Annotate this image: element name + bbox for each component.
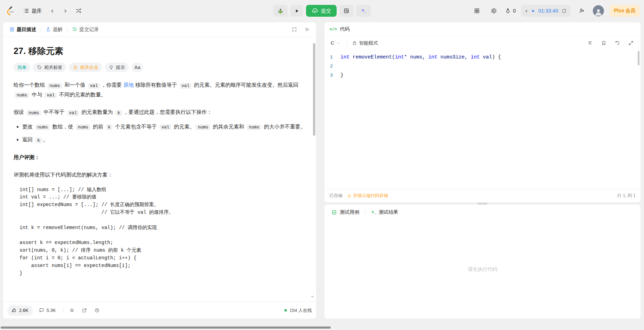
test-panel: 测试用例 >_ 测试结果 请先执行代码 bbox=[324, 205, 641, 319]
plus-membership-button[interactable]: Plus 会员 bbox=[610, 5, 640, 17]
editor-scrollbar-thumb[interactable] bbox=[638, 51, 639, 65]
smart-mode-toggle[interactable]: 智能模式 bbox=[352, 40, 378, 46]
inline-code: val bbox=[159, 124, 172, 130]
text-run: 的元素。 bbox=[172, 124, 195, 129]
online-label: 154 人在线 bbox=[290, 307, 312, 314]
timer-reset-icon[interactable] bbox=[561, 8, 567, 14]
related-tags-badge[interactable]: 相关标签 bbox=[33, 63, 66, 72]
hint-badge[interactable]: 提示 bbox=[105, 63, 129, 72]
chevron-left-icon: ‹ bbox=[51, 7, 54, 15]
ai-assistant-button[interactable] bbox=[356, 5, 371, 17]
related-companies-badge[interactable]: 相关企业 bbox=[69, 63, 102, 72]
judge-code-block: int[] nums = [...]; // 输入数组 int val = ..… bbox=[14, 186, 306, 277]
difficulty-badge[interactable]: 简单 bbox=[14, 63, 30, 72]
related-companies-label: 相关企业 bbox=[80, 64, 98, 71]
text-run: * nums, bbox=[404, 54, 429, 60]
random-question-button[interactable] bbox=[73, 5, 84, 16]
back-button[interactable]: ‹ bbox=[47, 5, 58, 16]
hint-label: 提示 bbox=[116, 64, 125, 71]
problem-panel-tabbar: 题目描述 题解 提交记录 bbox=[3, 22, 316, 37]
topbar-right-group: 0 ‹ 01:33:40 Plus 会员 bbox=[371, 5, 640, 17]
code-editor[interactable]: 1 int removeElement(int* nums, int numsS… bbox=[324, 49, 641, 189]
editor-toolbar-actions bbox=[587, 40, 636, 47]
vertical-panel-resizer[interactable] bbox=[316, 22, 324, 319]
text-run: 的元素。元素的顺序可能发生改变。然后返回 bbox=[193, 82, 298, 88]
text-run: 不同的元素的数量。 bbox=[58, 92, 106, 97]
tab-testresult[interactable]: >_ 测试结果 bbox=[369, 207, 400, 217]
question-circle-icon bbox=[94, 308, 100, 313]
cloud-upload-icon bbox=[312, 7, 319, 14]
collaborate-button[interactable] bbox=[576, 5, 587, 16]
text-run: 和一个值 bbox=[63, 82, 87, 88]
save-status: 已存储 bbox=[329, 193, 343, 199]
judge-intro: 评测机将使用以下代码测试您的解决方案： bbox=[14, 170, 306, 179]
text-run: int bbox=[340, 54, 350, 60]
text-run: int bbox=[471, 54, 480, 60]
tab-testcases[interactable]: 测试用例 bbox=[329, 207, 361, 217]
forward-button[interactable]: › bbox=[60, 5, 71, 16]
daily-streak[interactable]: 0 bbox=[505, 8, 516, 14]
like-count: 2.6K bbox=[19, 308, 29, 313]
favorite-button[interactable] bbox=[67, 305, 77, 316]
text-run: 返回 bbox=[22, 136, 34, 142]
inline-link[interactable]: 原地 bbox=[123, 82, 134, 88]
format-code-button[interactable] bbox=[587, 40, 594, 47]
user-avatar[interactable] bbox=[593, 5, 604, 16]
tab-solutions[interactable]: 题解 bbox=[43, 25, 65, 34]
text-run: 移除所有数值等于 bbox=[134, 82, 178, 88]
code-line-text: } bbox=[340, 72, 344, 78]
collapse-panel-button[interactable] bbox=[304, 26, 311, 33]
submit-button[interactable]: 提交 bbox=[306, 5, 337, 17]
language-select[interactable]: C bbox=[329, 39, 343, 47]
timer-play-icon[interactable] bbox=[531, 9, 535, 13]
problem-scrollbar-thumb[interactable] bbox=[313, 43, 315, 136]
text-run: 更改 bbox=[22, 124, 34, 129]
problem-title: 27. 移除元素 bbox=[14, 45, 306, 57]
code-line: 1 int removeElement(int* nums, int numsS… bbox=[324, 53, 641, 62]
list-item: 返回 k。 bbox=[22, 135, 306, 144]
tab-separator bbox=[41, 27, 41, 32]
text-run: 的其余元素和 bbox=[211, 124, 245, 129]
problem-list-button[interactable]: 题库 bbox=[20, 6, 45, 16]
list-icon bbox=[23, 8, 29, 14]
settings-button[interactable] bbox=[488, 5, 499, 16]
tab-testcases-label: 测试用例 bbox=[340, 209, 359, 215]
notes-button[interactable] bbox=[339, 5, 353, 17]
tab-description[interactable]: 题目描述 bbox=[7, 25, 39, 34]
person-silhouette-icon bbox=[594, 7, 603, 16]
like-button[interactable]: 2.6K bbox=[7, 305, 33, 316]
problem-footer: 2.6K 5.3K bbox=[3, 302, 316, 319]
scroll-down-arrow[interactable] bbox=[310, 294, 315, 299]
layout-button[interactable] bbox=[471, 5, 482, 16]
leetcode-logo[interactable] bbox=[4, 5, 16, 17]
bookmark-button[interactable] bbox=[600, 40, 607, 47]
debug-button[interactable] bbox=[273, 5, 288, 17]
online-count: 154 人在线 bbox=[284, 307, 312, 314]
reset-code-button[interactable] bbox=[614, 40, 621, 47]
cursor-position: 行 1, 列 1 bbox=[617, 193, 636, 199]
comments-button[interactable]: 5.3K bbox=[35, 305, 60, 316]
horizontal-scrollbar[interactable] bbox=[1, 327, 331, 329]
editor-header: </> 代码 bbox=[324, 22, 641, 36]
toolbar-separator bbox=[347, 41, 347, 46]
text-run: removeElement( bbox=[350, 54, 395, 60]
horizontal-panel-resizer[interactable] bbox=[324, 202, 641, 205]
feedback-button[interactable] bbox=[92, 305, 102, 316]
tag-icon bbox=[37, 65, 42, 70]
share-button[interactable] bbox=[79, 305, 90, 316]
text-run: int bbox=[395, 54, 404, 60]
tab-submissions[interactable]: 提交记录 bbox=[69, 25, 102, 34]
description-paragraph: 给你一个数组 nums 和一个值 val，你需要 原地 移除所有数值等于 val… bbox=[14, 80, 306, 99]
terminal-icon: >_ bbox=[371, 210, 376, 215]
line-number: 1 bbox=[324, 55, 340, 60]
requirement-list: 更改 nums 数组，使 nums 的前 k 个元素包含不等于 val 的元素。… bbox=[22, 122, 306, 144]
run-button[interactable] bbox=[290, 5, 303, 17]
fullscreen-button[interactable] bbox=[290, 26, 298, 33]
panel-actions bbox=[290, 26, 313, 33]
font-size-toggle[interactable]: Aa bbox=[132, 63, 143, 72]
text-run: } bbox=[340, 72, 344, 78]
timer-collapse-button[interactable]: ‹ bbox=[525, 8, 527, 14]
text-run: val bbox=[480, 54, 492, 60]
expand-editor-button[interactable] bbox=[627, 40, 634, 47]
cloud-storage-upgrade-link[interactable]: 升级云端代码存储 bbox=[347, 193, 388, 199]
